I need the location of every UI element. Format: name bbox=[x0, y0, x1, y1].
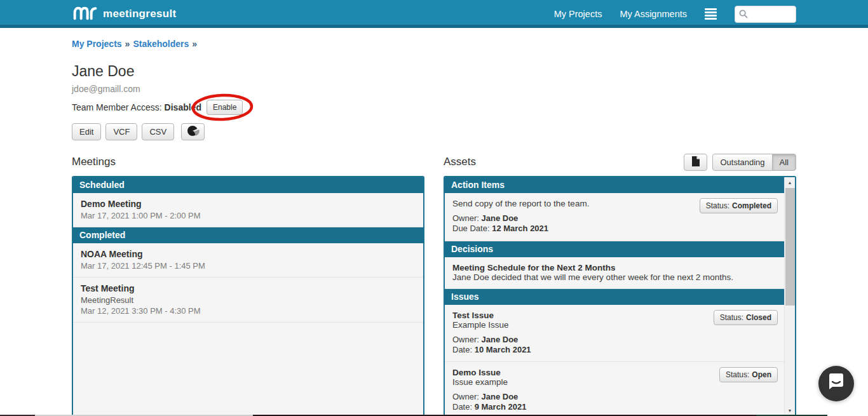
filter-all-button[interactable]: All bbox=[772, 154, 796, 171]
breadcrumb-separator: » bbox=[192, 39, 197, 49]
chat-bubble-icon bbox=[827, 373, 846, 394]
page-title: Jane Doe bbox=[72, 63, 796, 80]
meeting-time: Mar 17, 2021 1:00 PM - 2:00 PM bbox=[81, 211, 416, 220]
brand-name: meetingresult bbox=[103, 8, 176, 20]
stakeholder-email: jdoe@gmaill.com bbox=[72, 84, 796, 94]
meeting-title: Test Meeting bbox=[81, 283, 416, 293]
section-header-decisions: Decisions bbox=[445, 241, 784, 257]
top-navbar: meetingresult My Projects My Assignments bbox=[0, 0, 868, 28]
meeting-item[interactable]: Demo Meeting Mar 17, 2021 1:00 PM - 2:00… bbox=[73, 193, 423, 227]
due-date-line: Due Date: 12 March 2021 bbox=[452, 224, 776, 234]
breadcrumb-my-projects[interactable]: My Projects bbox=[72, 39, 122, 49]
brand-logo[interactable]: meetingresult bbox=[72, 2, 176, 26]
breadcrumb-stakeholders[interactable]: Stakeholders bbox=[133, 39, 189, 49]
breadcrumb-separator: » bbox=[125, 39, 130, 49]
filter-outstanding-button[interactable]: Outstanding bbox=[712, 154, 772, 171]
owner-line: Owner: Jane Doe bbox=[452, 392, 776, 402]
owner-line: Owner: Jane Doe bbox=[452, 213, 776, 224]
mr-logo-icon bbox=[72, 2, 97, 26]
asset-item[interactable]: Meeting Schedule for the Next 2 Months J… bbox=[445, 257, 784, 289]
document-icon bbox=[691, 156, 700, 169]
meetings-panel: Scheduled Demo Meeting Mar 17, 2021 1:00… bbox=[72, 176, 424, 416]
scrollbar-thumb[interactable] bbox=[785, 188, 795, 305]
nav-my-assignments[interactable]: My Assignments bbox=[620, 9, 687, 19]
chat-launcher-button[interactable] bbox=[818, 366, 854, 401]
owner-line: Owner: Jane Doe bbox=[452, 335, 776, 345]
access-status: Disabled bbox=[165, 102, 201, 112]
assets-scrollbar[interactable]: ▲ ▼ bbox=[784, 177, 795, 416]
decision-text: Jane Doe decided that we will me every o… bbox=[452, 272, 776, 282]
access-label: Team Member Access: bbox=[72, 102, 162, 112]
decision-title: Meeting Schedule for the Next 2 Months bbox=[452, 263, 776, 272]
section-header-issues: Issues bbox=[445, 289, 784, 305]
section-header-action-items: Action Items bbox=[445, 177, 784, 193]
breadcrumb: My Projects»Stakeholders» bbox=[72, 28, 796, 49]
edit-button[interactable]: Edit bbox=[72, 123, 101, 140]
vcf-button[interactable]: VCF bbox=[105, 123, 137, 140]
meeting-item[interactable]: NOAA Meeting Mar 17, 2021 12:45 PM - 1:4… bbox=[73, 243, 423, 278]
csv-button[interactable]: CSV bbox=[142, 123, 174, 140]
asset-item[interactable]: Send copy of the report to the team. Own… bbox=[445, 193, 784, 241]
enable-button[interactable]: Enable bbox=[207, 100, 243, 115]
meeting-time: Mar 17, 2021 12:45 PM - 1:45 PM bbox=[81, 261, 416, 271]
status-button[interactable]: Status:Completed bbox=[700, 198, 778, 213]
date-line: Date: 9 March 2021 bbox=[452, 402, 776, 412]
section-header-completed: Completed bbox=[73, 227, 423, 243]
hamburger-icon[interactable] bbox=[705, 8, 717, 20]
meeting-title: Demo Meeting bbox=[81, 199, 416, 209]
status-button[interactable]: Status:Open bbox=[719, 367, 778, 382]
meeting-title: NOAA Meeting bbox=[81, 249, 416, 259]
asset-item[interactable]: Demo Issue Issue example Owner: Jane Doe… bbox=[445, 362, 784, 416]
meeting-subtitle: MeetingResult bbox=[81, 295, 416, 305]
team-member-access-row: Team Member Access: Disabled Enable bbox=[72, 100, 796, 115]
meetings-heading: Meetings bbox=[72, 156, 116, 168]
pie-chart-icon bbox=[187, 124, 200, 139]
report-document-button[interactable] bbox=[684, 154, 707, 171]
status-button[interactable]: Status:Closed bbox=[714, 310, 778, 325]
meeting-item[interactable]: Test Meeting MeetingResult Mar 12, 2021 … bbox=[73, 278, 423, 323]
search-icon bbox=[739, 10, 748, 21]
section-header-scheduled: Scheduled bbox=[73, 177, 423, 193]
nav-my-projects[interactable]: My Projects bbox=[554, 9, 602, 19]
pie-chart-report-button[interactable] bbox=[181, 123, 205, 140]
asset-item[interactable]: Test Issue Example Issue Owner: Jane Doe… bbox=[445, 305, 784, 363]
date-line: Date: 10 March 2021 bbox=[452, 345, 776, 355]
meeting-time: Mar 12, 2021 3:30 PM - 4:30 PM bbox=[81, 306, 416, 316]
assets-heading: Assets bbox=[444, 156, 476, 168]
scroll-up-icon[interactable]: ▲ bbox=[785, 177, 795, 188]
assets-panel: Action Items Send copy of the report to … bbox=[444, 176, 796, 416]
